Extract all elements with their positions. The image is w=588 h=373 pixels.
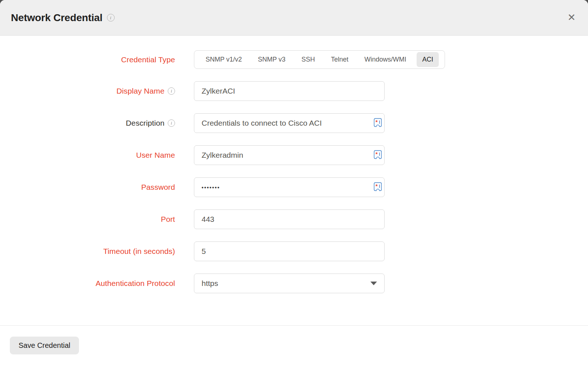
dialog-body: Credential Type SNMP v1/v2 SNMP v3 SSH T…	[0, 36, 588, 325]
description-label: Description	[126, 119, 164, 127]
dialog-footer: Save Credential	[0, 325, 588, 373]
user-name-row: User Name *	[0, 145, 588, 165]
display-name-label: Display Name	[116, 87, 164, 95]
auth-protocol-label: Authentication Protocol	[96, 279, 175, 288]
password-input[interactable]	[194, 177, 385, 197]
timeout-input[interactable]	[194, 242, 385, 261]
credential-type-row: Credential Type SNMP v1/v2 SNMP v3 SSH T…	[0, 50, 588, 69]
svg-text:*: *	[376, 183, 378, 189]
svg-text:*: *	[376, 151, 378, 157]
tab-ssh[interactable]: SSH	[296, 52, 320, 67]
insert-variable-icon[interactable]: *	[374, 118, 382, 127]
close-icon[interactable]: ✕	[566, 11, 577, 24]
display-name-row: Display Name i	[0, 81, 588, 101]
user-name-label: User Name	[136, 151, 175, 160]
chevron-down-icon	[370, 282, 377, 285]
tab-windows-wmi[interactable]: Windows/WMI	[359, 52, 412, 67]
network-credential-dialog: Network Credential i ✕ Credential Type S…	[0, 0, 588, 373]
auth-protocol-row: Authentication Protocol https	[0, 274, 588, 293]
timeout-label: Timeout (in seconds)	[103, 247, 175, 256]
display-name-input[interactable]	[194, 81, 385, 101]
credential-type-tabs: SNMP v1/v2 SNMP v3 SSH Telnet Windows/WM…	[194, 50, 445, 69]
password-row: Password *	[0, 177, 588, 197]
display-name-info-icon[interactable]: i	[168, 87, 175, 95]
description-input[interactable]	[194, 113, 385, 133]
auth-protocol-select[interactable]: https	[194, 274, 385, 293]
port-label: Port	[161, 215, 175, 224]
tab-snmp-v3[interactable]: SNMP v3	[253, 52, 291, 67]
password-label: Password	[141, 183, 175, 192]
tab-telnet[interactable]: Telnet	[325, 52, 354, 67]
tab-aci[interactable]: ACI	[417, 52, 438, 67]
tab-snmp-v1v2[interactable]: SNMP v1/v2	[200, 52, 247, 67]
credential-type-label: Credential Type	[121, 55, 175, 64]
description-row: Description i *	[0, 113, 588, 133]
timeout-row: Timeout (in seconds)	[0, 242, 588, 261]
port-input[interactable]	[194, 209, 385, 229]
svg-text:*: *	[376, 119, 378, 125]
dialog-title: Network Credential	[11, 12, 103, 24]
insert-variable-icon[interactable]: *	[374, 150, 382, 160]
dialog-header: Network Credential i ✕	[0, 0, 588, 36]
auth-protocol-value: https	[202, 279, 218, 288]
title-info-icon[interactable]: i	[107, 14, 115, 21]
description-info-icon[interactable]: i	[168, 119, 175, 127]
port-row: Port	[0, 209, 588, 229]
user-name-input[interactable]	[194, 145, 385, 165]
save-credential-button[interactable]: Save Credential	[10, 337, 79, 354]
insert-variable-icon[interactable]: *	[374, 182, 382, 192]
